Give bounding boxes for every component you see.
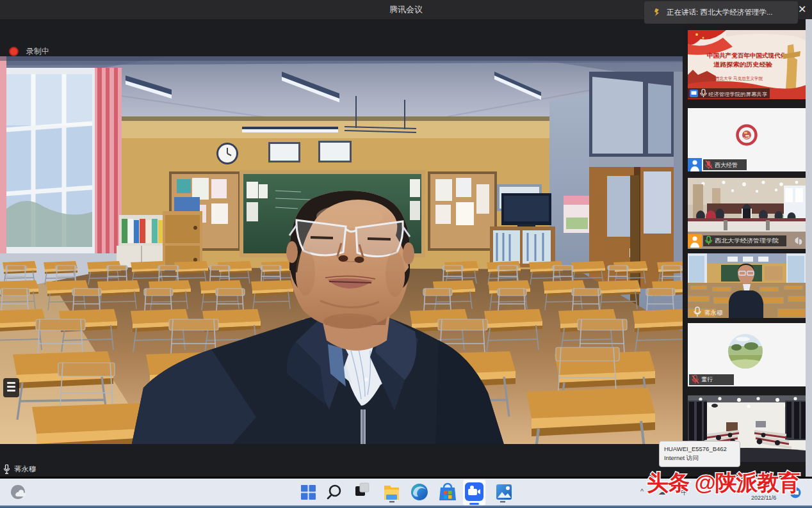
svg-text:西北大学 马克思主义学院: 西北大学 马克思主义学院 <box>715 75 763 81</box>
svg-text:西大经管: 西大经管 <box>715 162 738 168</box>
svg-text:道路探索的历史经验: 道路探索的历史经验 <box>713 61 773 68</box>
svg-text:西北大学经济管理学院: 西北大学经济管理学院 <box>715 237 779 244</box>
svg-text:蒋永穆: 蒋永穆 <box>704 309 723 316</box>
svg-text:经济管理学院的屏幕共享: 经济管理学院的屏幕共享 <box>708 91 767 97</box>
svg-text:头条 @陕派教育: 头条 @陕派教育 <box>647 470 800 495</box>
svg-text:中国共产党百年中国式现代化: 中国共产党百年中国式现代化 <box>707 52 787 59</box>
svg-text:董行: 董行 <box>701 376 713 383</box>
